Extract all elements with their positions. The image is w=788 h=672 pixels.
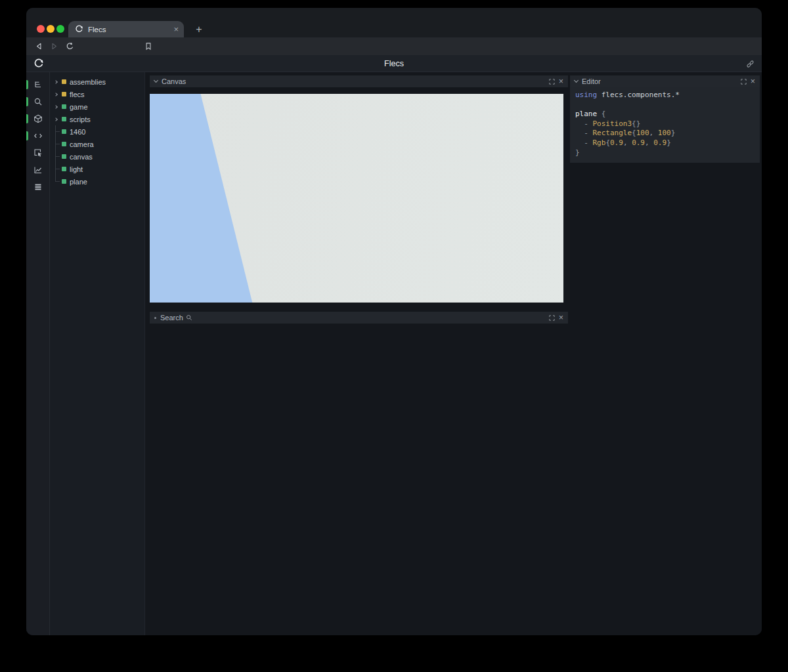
fullscreen-icon[interactable] xyxy=(549,79,555,85)
canvas-viewport[interactable] xyxy=(150,94,563,303)
entity-color-swatch xyxy=(62,179,66,184)
tree-item-label: game xyxy=(70,103,88,111)
zoom-window-button[interactable] xyxy=(56,25,64,33)
search-panel-header[interactable]: Search × xyxy=(150,312,568,324)
tree-item-label: plane xyxy=(70,178,87,186)
entities-cube-icon xyxy=(33,114,43,123)
tree-guide-tick xyxy=(54,125,60,138)
new-tab-button[interactable]: + xyxy=(192,22,206,37)
close-panel-icon[interactable]: × xyxy=(559,314,563,322)
sidebar-query-search-button[interactable] xyxy=(26,93,49,110)
canvas-panel: Canvas × xyxy=(150,75,568,303)
entity-color-swatch xyxy=(62,79,66,84)
desktop: Flecs × + flecs.dev xyxy=(0,0,788,672)
tree-item-scripts[interactable]: scripts xyxy=(50,113,144,125)
entity-color-swatch xyxy=(62,142,66,146)
forward-button[interactable] xyxy=(47,37,61,55)
tree-item-canvas[interactable]: canvas xyxy=(50,150,144,163)
active-indicator xyxy=(26,114,28,123)
inspector-icon xyxy=(33,148,43,158)
flecs-logo-icon xyxy=(33,58,44,72)
tree-item-label: canvas xyxy=(70,153,93,161)
code-line: plane { xyxy=(575,110,755,119)
browser-window: Flecs × + flecs.dev xyxy=(26,8,762,635)
bullet-icon xyxy=(154,317,156,319)
tree-item-label: camera xyxy=(70,140,94,148)
active-indicator xyxy=(26,97,28,106)
scene-sky xyxy=(150,94,563,303)
tree-guide-tick xyxy=(54,150,60,163)
entity-color-swatch xyxy=(62,129,66,134)
fullscreen-icon[interactable] xyxy=(549,315,555,321)
tree-guide-tick xyxy=(54,175,60,188)
editor-panel: Editor × using flecs.components.* plane … xyxy=(570,75,760,163)
expand-chevron-icon[interactable] xyxy=(54,88,60,100)
collapse-chevron-icon[interactable] xyxy=(154,78,158,83)
search-panel: Search × xyxy=(150,312,568,324)
code-editor-icon xyxy=(33,131,43,140)
tree-item-game[interactable]: game xyxy=(50,100,144,113)
tree-item-label: flecs xyxy=(70,91,85,98)
sidebar-entities-cube-button[interactable] xyxy=(26,110,49,127)
sidebar-inspector-button[interactable] xyxy=(26,144,49,161)
sidebar-data-tables-button[interactable] xyxy=(26,178,49,196)
editor-panel-title: Editor xyxy=(582,77,601,85)
tree-item-label: scripts xyxy=(70,116,91,123)
code-line: using flecs.components.* xyxy=(575,91,755,100)
tree-item-light[interactable]: light xyxy=(50,163,144,175)
code-line: - Rectangle{100, 100} xyxy=(575,129,755,138)
page-title: Flecs xyxy=(384,55,404,72)
bookmark-icon[interactable] xyxy=(141,37,156,55)
browser-tab-bar: Flecs × + xyxy=(26,8,762,37)
tree-item-label: 1460 xyxy=(70,128,85,136)
close-panel-icon[interactable]: × xyxy=(559,77,563,86)
statistics-chart-icon xyxy=(33,165,43,175)
entity-color-swatch xyxy=(62,167,66,171)
tree-item-plane[interactable]: plane xyxy=(50,175,144,188)
tree-item-flecs[interactable]: flecs xyxy=(50,88,144,100)
share-link-icon[interactable] xyxy=(746,59,755,71)
fullscreen-icon[interactable] xyxy=(741,79,747,85)
editor-panel-header: Editor × xyxy=(570,75,760,87)
code-line: - Position3{} xyxy=(575,119,755,129)
active-indicator xyxy=(26,80,28,89)
query-search-icon xyxy=(33,97,43,106)
search-icon xyxy=(186,314,192,321)
back-button[interactable] xyxy=(32,37,46,55)
data-tables-icon xyxy=(33,182,43,192)
tree-item-label: light xyxy=(70,165,83,173)
search-panel-title: Search xyxy=(160,314,183,322)
browser-toolbar: flecs.dev /explorer/?wasm=https://www.fl… xyxy=(26,37,762,55)
tree-item-1460[interactable]: 1460 xyxy=(50,125,144,138)
sidebar-code-editor-button[interactable] xyxy=(26,127,49,144)
tree-item-camera[interactable]: camera xyxy=(50,138,144,150)
expand-chevron-icon[interactable] xyxy=(54,113,60,125)
app-header: Flecs xyxy=(26,55,762,72)
tab-close-icon[interactable]: × xyxy=(173,25,179,33)
expand-chevron-icon[interactable] xyxy=(54,75,60,88)
entity-color-swatch xyxy=(62,92,66,96)
active-indicator xyxy=(26,131,28,140)
collapse-chevron-icon[interactable] xyxy=(574,78,579,83)
tree-guide-tick xyxy=(54,163,60,175)
sidebar-entity-tree-button[interactable] xyxy=(26,76,49,93)
minimize-window-button[interactable] xyxy=(47,25,55,33)
sidebar-statistics-chart-button[interactable] xyxy=(26,161,49,178)
tab-title: Flecs xyxy=(88,26,169,33)
canvas-panel-header: Canvas × xyxy=(150,75,568,87)
code-editor[interactable]: using flecs.components.* plane { - Posit… xyxy=(570,87,760,163)
flecs-favicon xyxy=(75,25,83,33)
window-controls xyxy=(37,25,64,33)
canvas-panel-title: Canvas xyxy=(162,77,186,85)
close-window-button[interactable] xyxy=(37,25,45,33)
entity-tree-icon xyxy=(33,80,43,89)
entity-color-swatch xyxy=(62,117,66,121)
reload-button[interactable] xyxy=(62,37,77,55)
expand-chevron-icon[interactable] xyxy=(54,100,60,113)
browser-tab[interactable]: Flecs × xyxy=(68,21,184,37)
flecs-explorer-page: Flecs assembliesflecsgamescripts1460came… xyxy=(26,55,762,635)
code-line xyxy=(575,100,755,110)
code-line: } xyxy=(575,148,755,158)
tree-item-assemblies[interactable]: assemblies xyxy=(50,75,144,88)
close-panel-icon[interactable]: × xyxy=(751,77,755,86)
